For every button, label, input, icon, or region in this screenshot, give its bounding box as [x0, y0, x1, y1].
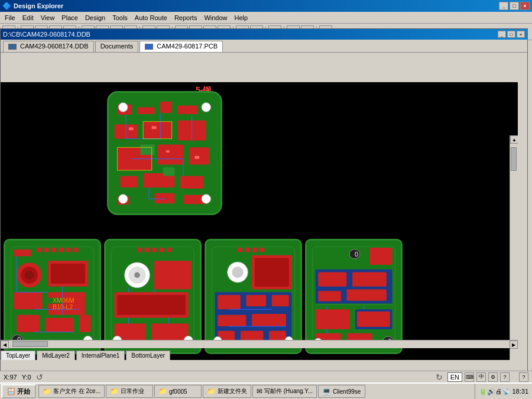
taskbar-item-4[interactable]: ✉ 写邮件 (Huang.Y...: [252, 385, 317, 398]
scrollbar-vertical[interactable]: ▲ ▼: [510, 135, 518, 360]
minimize-button[interactable]: _: [499, 2, 508, 10]
taskbar-item-1[interactable]: 📁 日常作业: [106, 385, 153, 398]
start-button[interactable]: 🪟 开始: [1, 384, 36, 398]
scroll-left-arrow[interactable]: ◀: [1, 340, 9, 349]
scroll-up-arrow[interactable]: ▲: [510, 135, 518, 144]
taskbar-item-label-4: 写邮件 (Huang.Y...: [264, 387, 313, 395]
scroll-thumb-v[interactable]: [511, 147, 517, 171]
svg-rect-55: [79, 315, 90, 332]
x-coordinate: X:97: [4, 374, 17, 381]
scroll-right-arrow[interactable]: ▶: [510, 340, 518, 349]
taskbar-icons: 🔋🔊🖨📡: [479, 388, 510, 395]
menu-tools[interactable]: Tools: [109, 13, 131, 22]
svg-rect-42: [51, 248, 56, 252]
svg-rect-43: [59, 248, 64, 252]
taskbar-item-label-1: 日常作业: [121, 387, 144, 395]
svg-point-28: [202, 103, 211, 112]
layer-tab-internal[interactable]: InternalPlane1: [76, 351, 125, 360]
svg-rect-70: [137, 248, 142, 252]
svg-rect-73: [160, 248, 164, 252]
svg-rect-104: [252, 314, 286, 326]
svg-text:0: 0: [355, 251, 358, 258]
menu-place[interactable]: Place: [58, 13, 82, 22]
tab-ddb[interactable]: CAM429-0608174.DDB: [3, 41, 94, 52]
svg-rect-13: [180, 176, 203, 189]
taskbar-item-icon-4: ✉: [257, 387, 262, 395]
inner-title-bar: D:\CB\CAM429-0608174.DDB _ □ ×: [1, 29, 527, 40]
inner-window: D:\CB\CAM429-0608174.DDB _ □ × CAM429-06…: [0, 28, 528, 377]
svg-rect-93: [252, 248, 257, 252]
keyboard-icon[interactable]: ⌨: [465, 372, 474, 382]
svg-point-96: [232, 267, 243, 278]
taskbar-item-icon-5: 💻: [322, 387, 331, 395]
pcb-bottom-row: 0 XM06M B10-L2: [4, 239, 403, 354]
maximize-button[interactable]: □: [510, 2, 519, 10]
svg-rect-44: [66, 248, 71, 252]
inner-maximize[interactable]: □: [507, 31, 515, 38]
inner-minimize[interactable]: _: [498, 31, 506, 38]
scrollbar-horizontal[interactable]: ◀ ▶: [1, 340, 518, 348]
svg-rect-30: [163, 167, 174, 176]
close-button[interactable]: ×: [520, 2, 530, 10]
menu-file[interactable]: File: [1, 13, 19, 22]
svg-rect-103: [218, 315, 246, 326]
svg-point-25: [118, 194, 128, 204]
pcb-board-2: [104, 239, 202, 354]
svg-rect-122: [315, 309, 349, 329]
question-icon[interactable]: ?: [519, 372, 528, 382]
svg-rect-3: [160, 102, 171, 113]
tab-documents[interactable]: Documents: [95, 41, 139, 52]
pcb2-svg: [106, 241, 200, 352]
svg-rect-119: [352, 273, 387, 287]
tab-bar: CAM429-0608174.DDB Documents CAM429-6081…: [1, 40, 527, 53]
taskbar-items: 📁 客户文件 在 2ce... 📁 日常作业 📁 gf0005 📁 新建文件夹 …: [37, 384, 475, 399]
y-coordinate: Y:0: [22, 374, 31, 381]
help-icon2[interactable]: ?: [500, 372, 510, 382]
svg-rect-71: [145, 248, 150, 252]
undo-arrow[interactable]: ↺: [36, 372, 43, 382]
taskbar-item-2[interactable]: 📁 gf0005: [154, 385, 202, 398]
menu-help[interactable]: Help: [231, 13, 252, 22]
taskbar-item-5[interactable]: 💻 Client99se: [318, 385, 365, 398]
svg-rect-101: [246, 295, 266, 306]
pcb4-svg: 0: [307, 241, 401, 352]
menu-bar: File Edit View Place Design Tools Auto R…: [0, 12, 532, 24]
ime-icon[interactable]: 中: [476, 372, 486, 382]
svg-rect-100: [218, 295, 241, 309]
menu-view[interactable]: View: [37, 13, 59, 22]
inner-title: D:\CB\CAM429-0608174.DDB: [3, 31, 90, 38]
taskbar-item-0[interactable]: 📁 客户文件 在 2ce...: [38, 385, 105, 398]
svg-rect-29: [140, 144, 154, 154]
scroll-thumb-h[interactable]: [12, 341, 48, 347]
svg-point-48: [25, 271, 34, 280]
inner-close[interactable]: ×: [517, 31, 525, 38]
taskbar-item-3[interactable]: 📁 新建文件夹: [203, 385, 251, 398]
language-box[interactable]: EN: [447, 372, 462, 382]
redo-arrow[interactable]: ↻: [436, 372, 443, 382]
start-icon: 🪟: [7, 388, 15, 395]
layer-tab-bottom[interactable]: BottomLayer: [126, 351, 170, 360]
svg-rect-50: [51, 264, 85, 284]
svg-rect-54: [45, 318, 73, 332]
taskbar-item-icon-2: 📁: [158, 387, 167, 395]
menu-window[interactable]: Window: [200, 13, 231, 22]
svg-rect-41: [44, 248, 49, 252]
start-label: 开始: [17, 387, 30, 396]
tab-pcb[interactable]: CAM429-60817.PCB: [140, 41, 223, 52]
menu-reports[interactable]: Reports: [171, 13, 201, 22]
svg-rect-51: [14, 292, 42, 309]
pcb1-svg: 0 XM06M B10-L2: [5, 241, 99, 352]
svg-rect-53: [17, 315, 40, 332]
layer-tab-top[interactable]: TopLayer: [1, 351, 35, 360]
settings-icon2[interactable]: ⚙: [488, 372, 498, 382]
svg-rect-118: [318, 273, 346, 287]
taskbar-item-icon-0: 📁: [43, 387, 51, 395]
layer-tab-mid2[interactable]: MidLayer2: [37, 351, 75, 360]
tab-ddb-label: CAM429-0608174.DDB: [20, 43, 89, 50]
menu-autoroute[interactable]: Auto Route: [131, 13, 171, 22]
taskbar: 🪟 开始 📁 客户文件 在 2ce... 📁 日常作业 📁 gf0005 📁 新…: [0, 382, 532, 399]
svg-point-26: [202, 194, 211, 204]
menu-design[interactable]: Design: [82, 13, 109, 22]
pcb-canvas[interactable]: 5-钢: [1, 82, 518, 360]
menu-edit[interactable]: Edit: [19, 13, 37, 22]
